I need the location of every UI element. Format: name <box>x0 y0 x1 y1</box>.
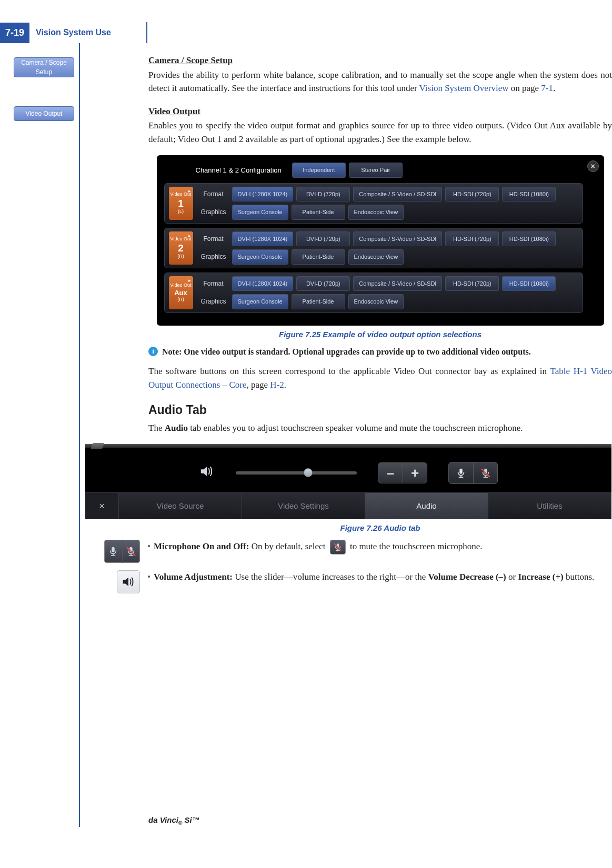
camera-text-after: . <box>553 83 555 93</box>
fmt-dvi-i[interactable]: DVI-I (1280X 1024) <box>232 231 294 247</box>
fmt-dvi-d[interactable]: DVI-D (720p) <box>296 231 350 247</box>
channel-aux: ▸ Video Out Aux (R) Format DVI-I (1280X … <box>164 272 583 313</box>
video-heading: Video Output <box>148 105 612 118</box>
gfx-patient[interactable]: Patient-Side <box>292 205 345 220</box>
volume-buttons: – + <box>378 462 427 483</box>
format-label: Format <box>198 189 229 199</box>
figure-7-26-caption: Figure 7.26 Audio tab <box>148 522 612 534</box>
mic-on-icon <box>105 540 122 563</box>
camera-text: Provides the ability to perform white ba… <box>148 68 612 95</box>
tab-audio[interactable]: Audio <box>365 493 488 519</box>
tab-video-settings[interactable]: Video Settings <box>242 493 365 519</box>
badge-sub: (R) <box>177 253 184 260</box>
speaker-icon <box>199 463 215 483</box>
bullet-vol-before: Use the slider—volume increases to the r… <box>233 572 428 582</box>
video-output-panel: × Channel 1 & 2 Configuration Independen… <box>157 155 604 326</box>
volume-slider-thumb[interactable] <box>304 468 313 477</box>
graphics-label: Graphics <box>198 252 229 261</box>
channel-2-badge: ▸ Video Out 2 (R) <box>169 231 193 265</box>
footer-brand: da Vinci® Si™ <box>148 814 200 827</box>
audio-intro-after: tab enables you to adjust touchscreen sp… <box>188 423 523 433</box>
graphics-label: Graphics <box>198 297 229 306</box>
mic-on-button[interactable] <box>449 462 473 483</box>
figure-7-25-caption: Figure 7.25 Example of video output opti… <box>148 329 612 341</box>
bullet-vol-decrease: Volume Decrease (–) <box>428 572 506 582</box>
note-block: i Note: One video output is standard. Op… <box>148 346 612 358</box>
fmt-dvi-d[interactable]: DVI-D (720p) <box>296 187 350 202</box>
audio-intro: The Audio tab enables you to adjust touc… <box>148 421 612 435</box>
bullet-mic: •Microphone On and Off: On by default, s… <box>147 540 612 554</box>
after-note-before: The software buttons on this screen corr… <box>148 366 550 376</box>
fmt-composite[interactable]: Composite / S-Video / SD-SDI <box>353 276 442 291</box>
badge-sub: (R) <box>177 296 184 304</box>
after-note-text: The software buttons on this screen corr… <box>148 365 612 391</box>
channel-2: ▸ Video Out 2 (R) Format DVI-I (1280X 10… <box>164 228 583 268</box>
gfx-endoscopic[interactable]: Endoscopic View <box>348 205 404 220</box>
volume-icon <box>117 570 140 593</box>
volume-increase-button[interactable]: + <box>403 463 427 483</box>
fmt-composite[interactable]: Composite / S-Video / SD-SDI <box>353 231 442 247</box>
audio-tab-heading: Audio Tab <box>148 401 612 419</box>
format-label: Format <box>198 279 229 288</box>
page-number: 7-19 <box>0 23 29 43</box>
mic-mute-button[interactable] <box>473 462 497 483</box>
tab-utilities[interactable]: Utilities <box>488 493 611 519</box>
camera-text-mid: on page <box>509 83 541 93</box>
bullet-vol-label: Volume Adjustment: <box>154 572 233 582</box>
badge-num: Aux <box>174 289 187 296</box>
page-header: 7-19 Vision System Use <box>0 22 147 43</box>
page-ref-7-1[interactable]: 7-1 <box>541 83 553 93</box>
fmt-hdsdi-720[interactable]: HD-SDI (720p) <box>445 231 499 247</box>
mic-toggle-group <box>448 462 498 484</box>
fmt-hdsdi-1080[interactable]: HD-SDI (1080i) <box>502 187 556 202</box>
tabs-row: × Video Source Video Settings Audio Util… <box>85 492 611 519</box>
gfx-surgeon[interactable]: Surgeon Console <box>232 205 288 220</box>
brand-name: da Vinci <box>148 815 178 824</box>
config-independent[interactable]: Independent <box>292 163 346 178</box>
gfx-patient[interactable]: Patient-Side <box>292 249 345 265</box>
after-note-after: . <box>284 380 286 390</box>
mic-mute-icon <box>122 540 139 563</box>
after-note-mid: , page <box>247 380 270 390</box>
config-stereo-pair[interactable]: Stereo Pair <box>349 163 403 178</box>
page-ref-h2[interactable]: H-2 <box>270 380 284 390</box>
eraser-icon[interactable] <box>91 443 104 449</box>
fmt-composite[interactable]: Composite / S-Video / SD-SDI <box>353 187 442 202</box>
note-text: Note: One video output is standard. Opti… <box>162 346 612 358</box>
gfx-surgeon[interactable]: Surgeon Console <box>232 249 288 265</box>
gfx-endoscopic[interactable]: Endoscopic View <box>348 294 404 309</box>
brand-suffix: Si™ <box>182 815 199 824</box>
fmt-dvi-d[interactable]: DVI-D (720p) <box>296 276 350 291</box>
fmt-hdsdi-720[interactable]: HD-SDI (720p) <box>445 187 499 202</box>
volume-decrease-button[interactable]: – <box>378 463 403 483</box>
gfx-endoscopic[interactable]: Endoscopic View <box>348 249 404 265</box>
fmt-hdsdi-1080[interactable]: HD-SDI (1080i) <box>502 276 556 291</box>
format-label: Format <box>198 234 229 244</box>
fmt-hdsdi-1080[interactable]: HD-SDI (1080i) <box>502 231 556 247</box>
video-output-button[interactable]: Video Output <box>14 106 74 121</box>
fmt-dvi-i[interactable]: DVI-I (1280X 1024) <box>232 187 294 202</box>
bullet-mic-after: to mute the touchscreen microphone. <box>348 541 483 551</box>
audio-intro-bold: Audio <box>165 423 188 433</box>
audio-panel: – + × Video Source Video Settings Audio … <box>85 444 611 519</box>
bullet-mic-before: On by default, select <box>249 541 327 551</box>
close-icon[interactable]: × <box>85 493 119 519</box>
channel-1-badge: ▸ Video Out 1 (L) <box>169 187 193 220</box>
camera-scope-setup-button[interactable]: Camera / Scope Setup <box>14 57 74 77</box>
fmt-hdsdi-720[interactable]: HD-SDI (720p) <box>445 276 499 291</box>
badge-num: 1 <box>178 198 184 208</box>
video-panel-close-icon[interactable]: × <box>587 160 599 172</box>
mic-toggle-icon <box>104 540 140 563</box>
graphics-label: Graphics <box>198 207 229 217</box>
bullet-vol-increase: Increase (+) <box>518 572 563 582</box>
bullet-vol-after: buttons. <box>564 572 595 582</box>
figure-7-25: × Channel 1 & 2 Configuration Independen… <box>148 155 612 326</box>
badge-num: 2 <box>178 243 184 253</box>
tab-video-source[interactable]: Video Source <box>119 493 242 519</box>
fmt-dvi-i[interactable]: DVI-I (1280X 1024) <box>232 276 294 291</box>
inline-mute-icon[interactable] <box>330 540 346 554</box>
volume-slider[interactable] <box>236 471 357 475</box>
vision-system-overview-link[interactable]: Vision System Overview <box>419 83 509 93</box>
gfx-patient[interactable]: Patient-Side <box>292 294 345 309</box>
gfx-surgeon[interactable]: Surgeon Console <box>232 294 288 309</box>
